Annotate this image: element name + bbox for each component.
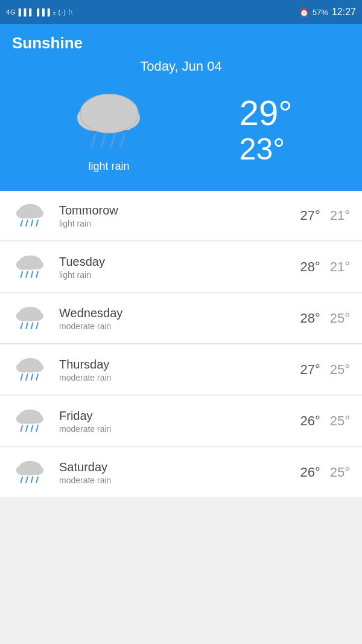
forecast-condition-3: moderate rain	[59, 373, 300, 382]
svg-line-53	[21, 477, 23, 482]
forecast-info-0: Tommorow light rain	[54, 204, 300, 228]
forecast-day-1: Tuesday	[59, 255, 300, 269]
weather-header: Sunshine Today, Jun 04	[0, 24, 362, 191]
forecast-icon-4	[12, 405, 54, 437]
forecast-condition-4: moderate rain	[59, 424, 300, 434]
svg-rect-44	[21, 418, 40, 423]
status-bar: 4G ▌▌▌ ▌▌▌₂ (·) ᚢ ⏰ 57% 12:27	[0, 0, 362, 24]
svg-rect-28	[21, 315, 40, 321]
svg-line-23	[31, 271, 33, 277]
svg-line-6	[101, 135, 105, 147]
forecast-temps-0: 27° 21°	[300, 208, 350, 224]
svg-line-54	[26, 477, 28, 482]
svg-line-47	[31, 425, 33, 431]
forecast-day-4: Friday	[59, 409, 300, 423]
today-date: Today, Jun 04	[12, 59, 350, 74]
svg-rect-52	[21, 469, 40, 475]
svg-line-56	[36, 477, 38, 482]
svg-line-21	[21, 271, 23, 277]
svg-line-22	[26, 271, 28, 277]
forecast-condition-5: moderate rain	[59, 475, 300, 485]
status-right: ⏰ 57% 12:27	[299, 7, 356, 18]
today-weather-icon	[70, 86, 148, 155]
forecast-temps-1: 28° 21°	[300, 259, 350, 275]
forecast-condition-2: moderate rain	[59, 321, 300, 331]
svg-rect-12	[21, 213, 40, 218]
today-temp-low: 23°	[240, 134, 285, 164]
network-icons: 4G ▌▌▌ ▌▌▌₂ (·) ᚢ	[6, 8, 74, 16]
forecast-icon-3	[12, 353, 54, 386]
forecast-high-2: 28°	[300, 311, 320, 326]
svg-line-24	[36, 271, 38, 277]
forecast-day-3: Thursday	[59, 358, 300, 372]
forecast-info-5: Saturday moderate rain	[54, 460, 300, 485]
forecast-high-0: 27°	[300, 208, 320, 224]
forecast-info-4: Friday moderate rain	[54, 409, 300, 434]
svg-line-37	[21, 374, 23, 379]
status-left: 4G ▌▌▌ ▌▌▌₂ (·) ᚢ	[6, 8, 74, 16]
today-temps: 29° 23°	[240, 95, 293, 164]
forecast-low-1: 21°	[330, 259, 350, 275]
today-weather-icon-container: light rain	[70, 86, 148, 173]
svg-rect-3	[88, 117, 130, 130]
forecast-low-4: 25°	[330, 413, 350, 429]
svg-line-45	[21, 425, 23, 431]
forecast-condition-1: light rain	[59, 270, 300, 280]
forecast-high-3: 27°	[300, 362, 320, 378]
forecast-low-2: 25°	[330, 311, 350, 326]
forecast-temps-4: 26° 25°	[300, 413, 350, 429]
svg-line-15	[31, 220, 33, 225]
forecast-row: Wednesday moderate rain 28° 25°	[0, 294, 362, 344]
clock: 12:27	[332, 7, 356, 18]
svg-rect-36	[21, 367, 40, 372]
forecast-day-0: Tommorow	[59, 204, 300, 217]
svg-line-55	[31, 477, 33, 482]
forecast-row: Tuesday light rain 28° 21°	[0, 242, 362, 292]
app-title: Sunshine	[12, 34, 350, 53]
svg-line-14	[26, 220, 28, 225]
forecast-list: Tommorow light rain 27° 21° Tuesday ligh…	[0, 191, 362, 497]
forecast-icon-0	[12, 199, 54, 232]
svg-line-7	[111, 135, 115, 147]
forecast-high-1: 28°	[300, 259, 320, 275]
forecast-temps-5: 26° 25°	[300, 465, 350, 480]
forecast-icon-2	[12, 302, 54, 335]
forecast-high-4: 26°	[300, 413, 320, 429]
forecast-high-5: 26°	[300, 465, 320, 480]
weather-main: light rain 29° 23°	[12, 86, 350, 173]
forecast-day-2: Wednesday	[59, 306, 300, 320]
forecast-row: Thursday moderate rain 27° 25°	[0, 345, 362, 395]
svg-line-39	[31, 374, 33, 379]
today-temp-high: 29°	[240, 95, 293, 130]
forecast-low-0: 21°	[330, 208, 350, 224]
forecast-low-3: 25°	[330, 362, 350, 378]
forecast-day-5: Saturday	[59, 460, 300, 474]
today-condition: light rain	[89, 160, 130, 173]
svg-line-31	[31, 323, 33, 328]
alarm-icon: ⏰	[299, 8, 309, 17]
forecast-icon-1	[12, 251, 54, 283]
svg-line-13	[21, 220, 23, 225]
forecast-info-2: Wednesday moderate rain	[54, 306, 300, 331]
svg-line-32	[36, 323, 38, 328]
forecast-temps-2: 28° 25°	[300, 311, 350, 326]
svg-line-8	[121, 135, 124, 147]
forecast-temps-3: 27° 25°	[300, 362, 350, 378]
svg-line-46	[26, 425, 28, 431]
svg-line-30	[26, 323, 28, 328]
forecast-info-1: Tuesday light rain	[54, 255, 300, 280]
forecast-condition-0: light rain	[59, 219, 300, 228]
forecast-info-3: Thursday moderate rain	[54, 358, 300, 382]
svg-line-5	[92, 135, 95, 147]
forecast-row: Tommorow light rain 27° 21°	[0, 191, 362, 241]
forecast-row: Friday moderate rain 26° 25°	[0, 396, 362, 446]
forecast-row: Saturday moderate rain 26° 25°	[0, 448, 362, 497]
svg-line-29	[21, 323, 23, 328]
svg-line-16	[36, 220, 38, 225]
forecast-icon-5	[12, 456, 54, 489]
svg-line-38	[26, 374, 28, 379]
battery-level: 57%	[313, 8, 328, 17]
svg-line-48	[36, 425, 38, 431]
forecast-low-5: 25°	[330, 465, 350, 480]
svg-line-40	[36, 374, 38, 379]
